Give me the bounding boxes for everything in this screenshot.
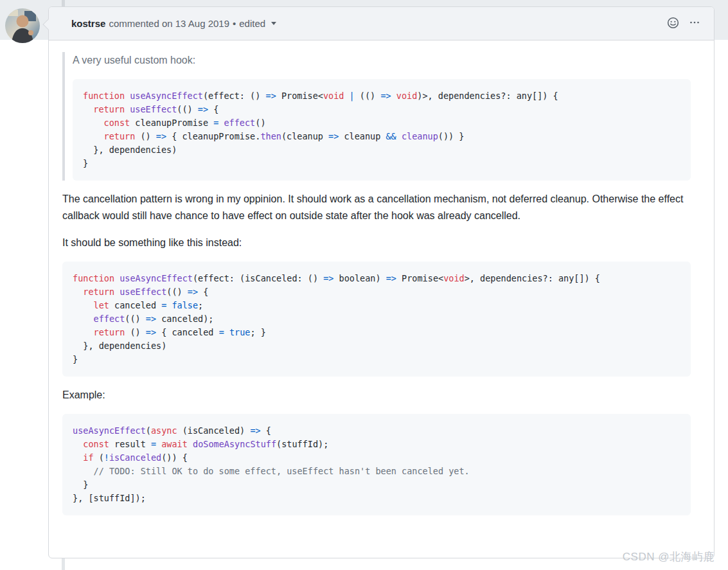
code-block-3: useAsyncEffect(async (isCanceled) => { c… <box>62 414 691 515</box>
header-separator-dot: • <box>233 18 236 29</box>
comment-author-link[interactable]: kostrse <box>71 18 105 29</box>
code-block-1: function useAsyncEffect(effect: () => Pr… <box>73 79 691 181</box>
blockquote: A very useful custom hook: function useA… <box>62 52 691 181</box>
thread-line-bottom <box>62 558 65 570</box>
comment-header: kostrse commented on 13 Aug 2019 • edite… <box>49 7 714 40</box>
code-block-2-code: function useAsyncEffect(effect: (isCance… <box>73 273 600 364</box>
smiley-icon <box>667 17 679 31</box>
code-block-1-code: function useAsyncEffect(effect: () => Pr… <box>83 91 558 168</box>
paragraph-instead: It should be something like this instead… <box>62 235 691 251</box>
avatar-photo <box>5 8 40 43</box>
edited-dropdown[interactable]: edited <box>239 18 276 29</box>
paragraph-cancellation: The cancellation pattern is wrong in my … <box>62 191 691 224</box>
code-block-2: function useAsyncEffect(effect: (isCance… <box>62 262 691 377</box>
kebab-horizontal-icon <box>688 17 701 30</box>
watermark: CSDN @北海屿鹿 <box>623 549 715 564</box>
code-block-3-code: useAsyncEffect(async (isCanceled) => { c… <box>73 425 470 503</box>
comment-card: kostrse commented on 13 Aug 2019 • edite… <box>48 6 715 558</box>
emoji-reaction-button[interactable] <box>667 17 679 31</box>
chevron-down-icon <box>271 22 276 25</box>
avatar[interactable] <box>5 8 40 43</box>
paragraph-example: Example: <box>62 387 691 404</box>
edited-label: edited <box>239 18 265 29</box>
quote-text: A very useful custom hook: <box>73 52 691 69</box>
comment-body: A very useful custom hook: function useA… <box>49 40 714 539</box>
github-comment-page: kostrse commented on 13 Aug 2019 • edite… <box>0 0 728 570</box>
comment-timestamp: commented on 13 Aug 2019 <box>109 18 229 29</box>
kebab-menu-button[interactable] <box>688 17 701 30</box>
